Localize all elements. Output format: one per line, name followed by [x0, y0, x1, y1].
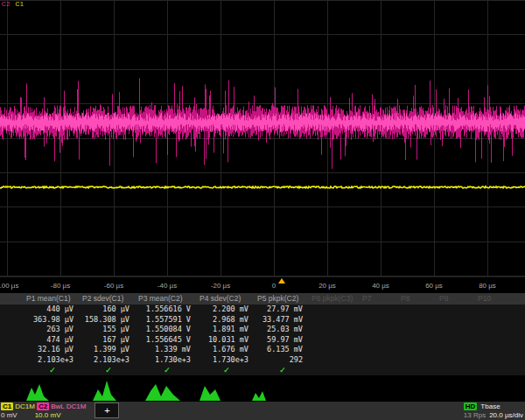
- waveform-display[interactable]: C2 C1: [0, 0, 525, 276]
- histicon-p3: [145, 384, 180, 401]
- status-bar: C1 DC1M C2 BwL DC1M 0 mV 10.0 mV + HD Tb…: [0, 402, 525, 420]
- time-tick-label: 60 µs: [425, 282, 443, 290]
- histicon-row: [0, 375, 525, 402]
- measure-value: 32.16 µV: [24, 345, 80, 354]
- param-header-p4[interactable]: P4 sdev(C2): [198, 294, 256, 303]
- c2-bwl-label: BwL: [51, 402, 65, 410]
- time-tick-label: -40 µs: [158, 282, 177, 290]
- measure-value: 1.556616 V: [136, 304, 198, 313]
- measure-value: 167 µV: [80, 335, 136, 344]
- channel-indicators: C2 C1: [2, 1, 24, 7]
- measure-value: 6.135 mV: [256, 345, 310, 354]
- channel-c1-indicator: C1: [15, 1, 24, 7]
- measure-value: 363.98 µV: [24, 315, 80, 324]
- param-header-p1[interactable]: P1 mean(C1): [24, 294, 80, 303]
- measure-value: 1.339 mV: [136, 345, 198, 354]
- measure-value: 1.399 µV: [80, 345, 136, 354]
- waveform-canvas[interactable]: [0, 0, 525, 276]
- c1-descriptor-badge[interactable]: C1: [1, 402, 13, 410]
- c1-offset-value: 0 mV: [1, 411, 18, 419]
- measure-table-header-row: P1 mean(C1) P2 sdev(C1) P3 mean(C2) P4 s…: [0, 293, 525, 304]
- measure-value: 10.031 mV: [198, 335, 256, 344]
- tbase-label: Tbase: [480, 402, 500, 410]
- measure-row-max: 474 µV 167 µV 1.556645 V 10.031 mV 59.97…: [0, 334, 525, 345]
- measure-value: 2.200 mV: [198, 304, 256, 313]
- param-header-p6[interactable]: P6 pkpk(C3): [310, 294, 360, 303]
- timebase-descriptor[interactable]: HD Tbase 13 Rps 20.0 µs/div: [464, 402, 523, 420]
- status-check-icon: ✓: [136, 366, 198, 374]
- time-tick-label: 0: [272, 282, 276, 290]
- param-header-p2[interactable]: P2 sdev(C1): [80, 294, 136, 303]
- trigger-position-marker[interactable]: [278, 278, 285, 284]
- measure-row-sdev: 32.16 µV 1.399 µV 1.339 mV 1.676 mV 6.13…: [0, 345, 525, 355]
- measure-value: 2.968 mV: [198, 315, 256, 324]
- measure-value: 292: [256, 355, 310, 364]
- measure-row-mean: 363.98 µV 158.308 µV 1.557591 V 2.968 mV…: [0, 314, 525, 325]
- measure-value: 33.477 mV: [256, 315, 310, 324]
- c2-descriptor-badge[interactable]: C2: [37, 402, 49, 410]
- measure-value: 59.97 mV: [256, 335, 310, 344]
- c2-vdiv-value: 10.0 mV: [35, 411, 61, 419]
- measure-value: 155 µV: [80, 325, 136, 333]
- measure-row-min: 263 µV 155 µV 1.550084 V 1.891 mV 25.03 …: [0, 325, 525, 335]
- time-tick-label: 20 µs: [318, 282, 336, 290]
- measure-value: 1.676 mV: [198, 345, 256, 354]
- tdiv-value: 20.0 µs/div: [489, 411, 523, 419]
- measure-row-status: ✓ ✓ ✓ ✓ ✓: [0, 365, 525, 375]
- measure-value: 1.557591 V: [136, 315, 198, 324]
- time-tick-label: -60 µs: [104, 282, 123, 290]
- measure-value: 474 µV: [24, 335, 80, 344]
- hd-mode-badge: HD: [464, 402, 478, 410]
- param-header-p9[interactable]: P9: [438, 294, 476, 303]
- measure-value: 440 µV: [24, 304, 80, 313]
- c2-coupling-label: DC1M: [66, 402, 87, 410]
- status-check-icon: ✓: [198, 366, 256, 374]
- measure-value: 160 µV: [80, 304, 136, 313]
- histicon-p4: [200, 386, 220, 401]
- oscilloscope-screen: C2 C1 -100 µs -80 µs -60 µs -40 µs -20 µ…: [0, 0, 525, 420]
- measure-value: 1.730e+3: [198, 355, 256, 364]
- time-tick-label: -20 µs: [211, 282, 230, 290]
- time-tick-label: 80 µs: [479, 282, 496, 290]
- measure-value: 2.103e+3: [80, 355, 136, 364]
- param-header-p8[interactable]: P8: [399, 294, 438, 303]
- param-header-p7[interactable]: P7: [360, 294, 399, 303]
- param-header-p10[interactable]: P10: [476, 294, 514, 303]
- add-marker-button[interactable]: +: [94, 402, 119, 418]
- measure-value: 1.550084 V: [136, 325, 198, 333]
- c1-coupling-label: DC1M: [15, 402, 35, 410]
- measure-value: 1.556645 V: [136, 335, 198, 344]
- histicon-p5: [252, 391, 266, 401]
- plus-icon: +: [104, 405, 109, 416]
- histicon-graphics: [0, 375, 525, 402]
- time-axis: -100 µs -80 µs -60 µs -40 µs -20 µs 0 20…: [0, 276, 525, 293]
- measure-row-value: 440 µV 160 µV 1.556616 V 2.200 mV 27.97 …: [0, 304, 525, 315]
- param-header-p5[interactable]: P5 pkpk(C2): [256, 294, 310, 303]
- param-header-p3[interactable]: P3 mean(C2): [136, 294, 198, 303]
- measurement-table: P1 mean(C1) P2 sdev(C1) P3 mean(C2) P4 s…: [0, 293, 525, 375]
- status-check-icon: ✓: [256, 366, 310, 374]
- time-tick-label: -80 µs: [51, 282, 70, 290]
- status-check-icon: ✓: [80, 366, 136, 374]
- histicon-p1: [26, 384, 49, 401]
- time-tick-label: 40 µs: [372, 282, 389, 290]
- histicon-p2: [93, 381, 116, 401]
- channel-c2-indicator: C2: [2, 1, 10, 7]
- measure-value: 1.730e+3: [136, 355, 198, 364]
- measure-value: 263 µV: [24, 325, 80, 333]
- status-check-icon: ✓: [24, 366, 80, 374]
- measure-row-num: 2.103e+3 2.103e+3 1.730e+3 1.730e+3 292: [0, 354, 525, 365]
- measure-value: 27.97 mV: [256, 304, 310, 313]
- measure-value: 158.308 µV: [80, 315, 136, 324]
- time-tick-label: -100 µs: [0, 282, 18, 290]
- rps-value: 13 Rps: [464, 411, 486, 419]
- channel-descriptors: C1 DC1M C2 BwL DC1M 0 mV 10.0 mV: [1, 402, 86, 420]
- measure-value: 1.891 mV: [198, 325, 256, 333]
- measure-value: 25.03 mV: [256, 325, 310, 333]
- measure-value: 2.103e+3: [24, 355, 80, 364]
